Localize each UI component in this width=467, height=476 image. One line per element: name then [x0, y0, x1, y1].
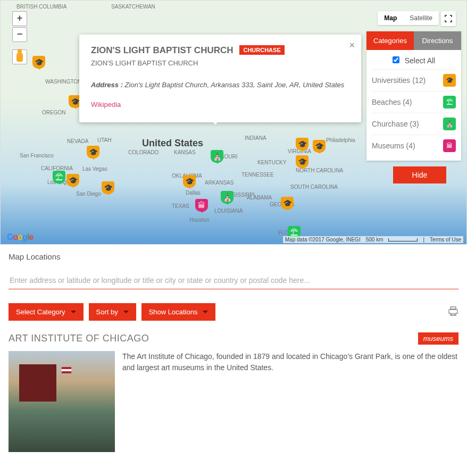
section-title: Map Locations: [0, 245, 467, 261]
result-title[interactable]: ART INSTITUTE OF CHICAGO: [9, 333, 149, 344]
category-label: Beaches (4): [372, 98, 412, 106]
info-badge: CHURCHASE: [239, 45, 284, 55]
print-button[interactable]: [448, 306, 458, 318]
button-label: Show Locations: [149, 308, 198, 316]
category-label: Churchase (3): [372, 120, 419, 128]
marker-church[interactable]: ⛪: [211, 150, 223, 163]
fullscreen-icon: [444, 14, 453, 23]
marker-university[interactable]: 🎓: [102, 181, 114, 194]
category-label: Universities (12): [372, 76, 426, 85]
marker-university[interactable]: 🎓: [32, 56, 45, 69]
close-icon[interactable]: ×: [349, 40, 355, 51]
tab-categories[interactable]: Categories: [366, 31, 414, 50]
map-type-control: Map Satellite: [378, 11, 439, 25]
marker-university[interactable]: 🎓: [281, 197, 294, 210]
category-row-museums[interactable]: Museums (4) 🏛: [372, 135, 456, 156]
marker-church[interactable]: ⛪: [221, 191, 234, 204]
marker-university[interactable]: 🎓: [296, 155, 308, 168]
tab-directions[interactable]: Directions: [414, 31, 461, 50]
scale-bar: [388, 238, 418, 241]
wikipedia-link[interactable]: Wikipedia: [91, 101, 121, 108]
controls-bar: Select Category Sort by Show Locations: [0, 293, 467, 324]
result-thumbnail[interactable]: [9, 351, 115, 452]
hide-button[interactable]: Hide: [393, 166, 446, 183]
info-address: Address : Zion's Light Baptist Church, A…: [91, 81, 349, 89]
category-sidebar: Categories Directions Select All Univers…: [366, 31, 461, 161]
category-row-universities[interactable]: Universities (12) 🎓: [372, 69, 456, 91]
church-icon: ⛪: [443, 118, 456, 130]
map-type-map[interactable]: Map: [378, 11, 403, 25]
terms-link[interactable]: Terms of Use: [430, 237, 461, 243]
attribution-text: Map data ©2017 Google, INEGI: [285, 237, 361, 243]
category-row-churchase[interactable]: Churchase (3) ⛪: [372, 113, 456, 135]
info-window: × ZION'S LIGHT BAPTIST CHURCH CHURCHASE …: [79, 35, 361, 122]
show-locations-button[interactable]: Show Locations: [141, 303, 216, 321]
address-label: Address :: [91, 81, 123, 89]
button-label: Sort by: [96, 308, 118, 316]
zoom-in-button[interactable]: +: [12, 11, 27, 26]
select-all-row[interactable]: Select All: [372, 54, 456, 69]
beach-icon: ⛱: [443, 96, 456, 108]
museum-icon: 🏛: [443, 139, 456, 152]
info-title: ZION'S LIGHT BAPTIST CHURCH: [91, 45, 234, 55]
result-item: ART INSTITUTE OF CHICAGO museums The Art…: [0, 324, 467, 454]
printer-icon: [448, 306, 458, 316]
marker-university[interactable]: 🎓: [183, 175, 196, 188]
sort-by-button[interactable]: Sort by: [89, 303, 136, 321]
marker-museum[interactable]: 🏛: [195, 199, 208, 212]
caret-down-icon: [203, 311, 208, 316]
caret-down-icon: [71, 311, 76, 316]
category-row-beaches[interactable]: Beaches (4) ⛱: [372, 91, 456, 113]
caret-down-icon: [123, 311, 129, 316]
google-logo: Google: [7, 232, 33, 242]
select-category-button[interactable]: Select Category: [9, 303, 84, 321]
marker-beach[interactable]: ⛱: [53, 171, 65, 183]
pegman-icon: [16, 52, 23, 62]
info-subtitle: ZION'S LIGHT BAPTIST CHURCH: [91, 59, 349, 67]
map-attribution: Map data ©2017 Google, INEGI 500 km | Te…: [283, 236, 463, 243]
marker-university[interactable]: 🎓: [66, 174, 79, 187]
zoom-controls: + −: [12, 11, 27, 42]
result-badge[interactable]: museums: [418, 332, 458, 345]
category-label: Museums (4): [372, 141, 415, 150]
scale-text: 500 km: [366, 237, 383, 243]
fullscreen-button[interactable]: [441, 11, 456, 26]
address-value: Zion's Light Baptist Church, Arkansas 33…: [125, 81, 345, 89]
marker-university[interactable]: 🎓: [313, 140, 326, 153]
search-input[interactable]: [9, 272, 458, 289]
marker-university[interactable]: 🎓: [87, 146, 99, 158]
pegman-button[interactable]: [12, 49, 27, 64]
select-all-label: Select All: [405, 56, 436, 65]
select-all-checkbox[interactable]: [393, 56, 399, 63]
graduation-cap-icon: 🎓: [443, 74, 456, 87]
button-label: Select Category: [16, 308, 65, 316]
map-type-satellite[interactable]: Satellite: [403, 11, 439, 25]
zoom-out-button[interactable]: −: [12, 27, 27, 42]
result-description: The Art Institute of Chicago, founded in…: [122, 351, 458, 452]
marker-university[interactable]: 🎓: [296, 138, 308, 151]
map[interactable]: United States BRITISH COLUMBIA SASKATCHE…: [0, 0, 467, 245]
